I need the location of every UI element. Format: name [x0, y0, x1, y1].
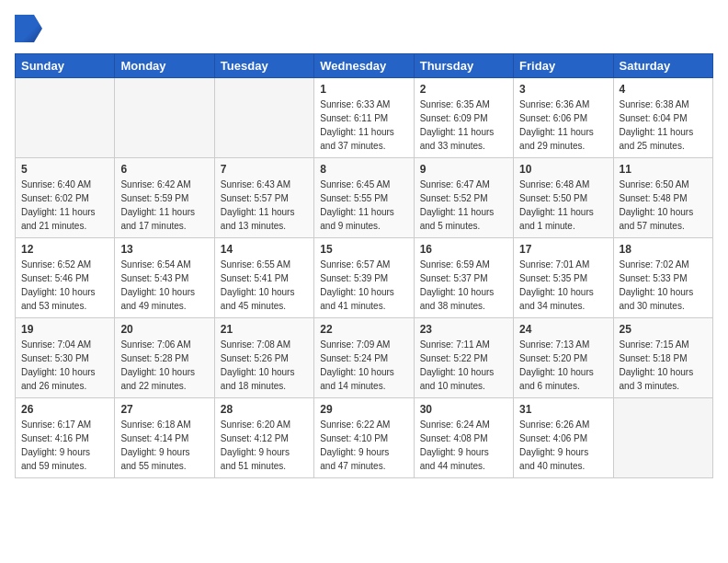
day-info: Sunrise: 7:13 AM Sunset: 5:20 PM Dayligh… — [519, 338, 607, 393]
day-info: Sunrise: 6:22 AM Sunset: 4:10 PM Dayligh… — [320, 418, 407, 473]
day-info: Sunrise: 6:17 AM Sunset: 4:16 PM Dayligh… — [21, 418, 108, 473]
calendar-cell: 18Sunrise: 7:02 AM Sunset: 5:33 PM Dayli… — [613, 238, 712, 318]
weekday-header-row: SundayMondayTuesdayWednesdayThursdayFrid… — [16, 54, 713, 78]
day-info: Sunrise: 6:54 AM Sunset: 5:43 PM Dayligh… — [120, 258, 208, 313]
day-number: 12 — [21, 243, 108, 256]
day-number: 6 — [120, 163, 208, 176]
calendar-cell — [16, 78, 115, 158]
calendar-table: SundayMondayTuesdayWednesdayThursdayFrid… — [15, 53, 713, 478]
weekday-header-saturday: Saturday — [613, 54, 712, 78]
day-number: 11 — [620, 163, 707, 176]
calendar-cell: 5Sunrise: 6:40 AM Sunset: 6:02 PM Daylig… — [16, 158, 115, 238]
calendar-cell: 13Sunrise: 6:54 AM Sunset: 5:43 PM Dayli… — [115, 238, 214, 318]
calendar-cell: 16Sunrise: 6:59 AM Sunset: 5:37 PM Dayli… — [414, 238, 513, 318]
day-info: Sunrise: 7:06 AM Sunset: 5:28 PM Dayligh… — [120, 338, 208, 393]
calendar-cell: 21Sunrise: 7:08 AM Sunset: 5:26 PM Dayli… — [214, 318, 313, 398]
calendar-cell: 25Sunrise: 7:15 AM Sunset: 5:18 PM Dayli… — [613, 318, 712, 398]
day-number: 17 — [519, 243, 607, 256]
weekday-header-sunday: Sunday — [16, 54, 115, 78]
calendar-week-row: 1Sunrise: 6:33 AM Sunset: 6:11 PM Daylig… — [16, 78, 713, 158]
day-info: Sunrise: 7:08 AM Sunset: 5:26 PM Dayligh… — [221, 338, 308, 393]
day-info: Sunrise: 6:59 AM Sunset: 5:37 PM Dayligh… — [420, 258, 507, 313]
day-info: Sunrise: 6:42 AM Sunset: 5:59 PM Dayligh… — [120, 178, 208, 233]
day-number: 20 — [120, 323, 208, 336]
calendar-cell: 30Sunrise: 6:24 AM Sunset: 4:08 PM Dayli… — [414, 398, 513, 478]
day-info: Sunrise: 6:20 AM Sunset: 4:12 PM Dayligh… — [221, 418, 308, 473]
day-number: 26 — [21, 403, 108, 416]
calendar-cell: 14Sunrise: 6:55 AM Sunset: 5:41 PM Dayli… — [214, 238, 313, 318]
day-info: Sunrise: 6:45 AM Sunset: 5:55 PM Dayligh… — [320, 178, 407, 233]
day-number: 27 — [120, 403, 208, 416]
calendar-cell: 23Sunrise: 7:11 AM Sunset: 5:22 PM Dayli… — [414, 318, 513, 398]
day-number: 3 — [519, 83, 607, 96]
logo: General Blue — [15, 15, 50, 42]
calendar-cell: 28Sunrise: 6:20 AM Sunset: 4:12 PM Dayli… — [214, 398, 313, 478]
day-info: Sunrise: 6:47 AM Sunset: 5:52 PM Dayligh… — [420, 178, 507, 233]
day-number: 8 — [320, 163, 407, 176]
day-number: 7 — [221, 163, 308, 176]
day-info: Sunrise: 6:24 AM Sunset: 4:08 PM Dayligh… — [420, 418, 507, 473]
day-info: Sunrise: 6:52 AM Sunset: 5:46 PM Dayligh… — [21, 258, 108, 313]
calendar-cell: 19Sunrise: 7:04 AM Sunset: 5:30 PM Dayli… — [16, 318, 115, 398]
day-info: Sunrise: 6:57 AM Sunset: 5:39 PM Dayligh… — [320, 258, 407, 313]
day-number: 22 — [320, 323, 407, 336]
calendar-cell: 24Sunrise: 7:13 AM Sunset: 5:20 PM Dayli… — [514, 318, 613, 398]
day-number: 19 — [21, 323, 108, 336]
calendar-cell: 8Sunrise: 6:45 AM Sunset: 5:55 PM Daylig… — [314, 158, 414, 238]
weekday-header-tuesday: Tuesday — [214, 54, 313, 78]
day-info: Sunrise: 6:36 AM Sunset: 6:06 PM Dayligh… — [519, 98, 607, 153]
calendar-cell: 6Sunrise: 6:42 AM Sunset: 5:59 PM Daylig… — [115, 158, 214, 238]
day-number: 28 — [221, 403, 308, 416]
day-info: Sunrise: 7:02 AM Sunset: 5:33 PM Dayligh… — [620, 258, 707, 313]
page-header: General Blue — [15, 15, 713, 42]
day-number: 14 — [221, 243, 308, 256]
day-info: Sunrise: 6:33 AM Sunset: 6:11 PM Dayligh… — [320, 98, 407, 153]
day-number: 25 — [620, 323, 707, 336]
day-number: 2 — [420, 83, 507, 96]
calendar-cell: 4Sunrise: 6:38 AM Sunset: 6:04 PM Daylig… — [613, 78, 712, 158]
day-info: Sunrise: 6:50 AM Sunset: 5:48 PM Dayligh… — [620, 178, 707, 233]
calendar-week-row: 5Sunrise: 6:40 AM Sunset: 6:02 PM Daylig… — [16, 158, 713, 238]
calendar-cell: 12Sunrise: 6:52 AM Sunset: 5:46 PM Dayli… — [16, 238, 115, 318]
calendar-cell: 22Sunrise: 7:09 AM Sunset: 5:24 PM Dayli… — [314, 318, 414, 398]
calendar-cell: 17Sunrise: 7:01 AM Sunset: 5:35 PM Dayli… — [514, 238, 613, 318]
calendar-cell: 10Sunrise: 6:48 AM Sunset: 5:50 PM Dayli… — [514, 158, 613, 238]
calendar-cell: 26Sunrise: 6:17 AM Sunset: 4:16 PM Dayli… — [16, 398, 115, 478]
calendar-cell: 15Sunrise: 6:57 AM Sunset: 5:39 PM Dayli… — [314, 238, 414, 318]
calendar-cell: 3Sunrise: 6:36 AM Sunset: 6:06 PM Daylig… — [514, 78, 613, 158]
day-number: 10 — [519, 163, 607, 176]
day-number: 4 — [620, 83, 707, 96]
day-number: 24 — [519, 323, 607, 336]
weekday-header-thursday: Thursday — [414, 54, 513, 78]
day-number: 30 — [420, 403, 507, 416]
calendar-week-row: 12Sunrise: 6:52 AM Sunset: 5:46 PM Dayli… — [16, 238, 713, 318]
day-number: 9 — [420, 163, 507, 176]
day-info: Sunrise: 6:18 AM Sunset: 4:14 PM Dayligh… — [120, 418, 208, 473]
day-number: 21 — [221, 323, 308, 336]
calendar-cell — [214, 78, 313, 158]
weekday-header-friday: Friday — [514, 54, 613, 78]
day-info: Sunrise: 6:55 AM Sunset: 5:41 PM Dayligh… — [221, 258, 308, 313]
calendar-cell: 20Sunrise: 7:06 AM Sunset: 5:28 PM Dayli… — [115, 318, 214, 398]
day-number: 1 — [320, 83, 407, 96]
day-info: Sunrise: 6:43 AM Sunset: 5:57 PM Dayligh… — [221, 178, 308, 233]
calendar-cell: 1Sunrise: 6:33 AM Sunset: 6:11 PM Daylig… — [314, 78, 414, 158]
calendar-week-row: 19Sunrise: 7:04 AM Sunset: 5:30 PM Dayli… — [16, 318, 713, 398]
weekday-header-monday: Monday — [115, 54, 214, 78]
day-info: Sunrise: 6:40 AM Sunset: 6:02 PM Dayligh… — [21, 178, 108, 233]
day-info: Sunrise: 6:26 AM Sunset: 4:06 PM Dayligh… — [519, 418, 607, 473]
day-info: Sunrise: 7:01 AM Sunset: 5:35 PM Dayligh… — [519, 258, 607, 313]
day-number: 31 — [519, 403, 607, 416]
day-info: Sunrise: 7:09 AM Sunset: 5:24 PM Dayligh… — [320, 338, 407, 393]
day-info: Sunrise: 7:04 AM Sunset: 5:30 PM Dayligh… — [21, 338, 108, 393]
calendar-cell: 9Sunrise: 6:47 AM Sunset: 5:52 PM Daylig… — [414, 158, 513, 238]
calendar-cell: 2Sunrise: 6:35 AM Sunset: 6:09 PM Daylig… — [414, 78, 513, 158]
calendar-cell: 31Sunrise: 6:26 AM Sunset: 4:06 PM Dayli… — [514, 398, 613, 478]
day-number: 15 — [320, 243, 407, 256]
weekday-header-wednesday: Wednesday — [314, 54, 414, 78]
day-number: 16 — [420, 243, 507, 256]
day-info: Sunrise: 7:15 AM Sunset: 5:18 PM Dayligh… — [620, 338, 707, 393]
calendar-cell — [613, 398, 712, 478]
day-number: 23 — [420, 323, 507, 336]
day-number: 29 — [320, 403, 407, 416]
